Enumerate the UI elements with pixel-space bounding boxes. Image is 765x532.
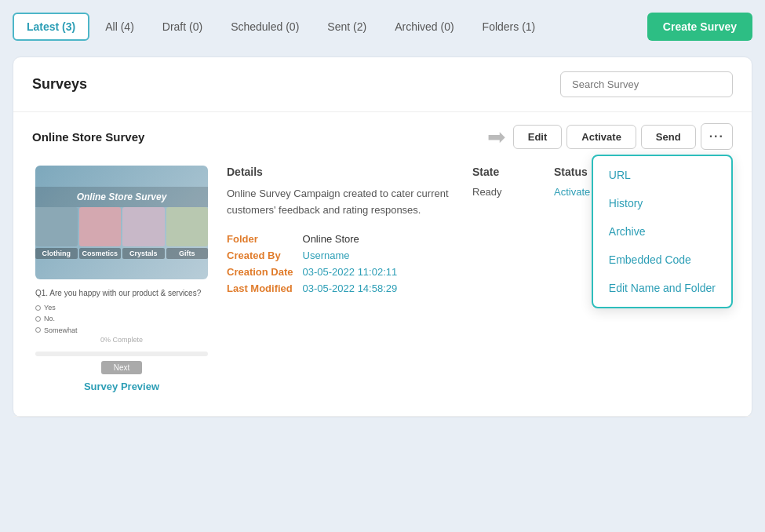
survey-description: Online Survey Campaign created to cater … — [227, 186, 454, 219]
created-by-label: Created By — [227, 250, 293, 261]
thumb-cosmetics — [79, 207, 122, 246]
survey-questions: Q1. Are you happy with our product & ser… — [35, 287, 208, 336]
dropdown-menu: URL History Archive Embedded Code Edit N… — [592, 155, 733, 308]
surveys-card: Surveys Online Store Survey ➡ Edit Activ… — [13, 56, 752, 417]
tab-latest[interactable]: Latest (3) — [13, 13, 89, 41]
folder-value: Online Store — [303, 233, 625, 245]
send-button[interactable]: Send — [641, 125, 696, 149]
preview-title: Online Store Survey — [35, 187, 208, 207]
state-badge: Ready — [472, 186, 535, 198]
progress-bar — [35, 352, 208, 356]
option-yes: Yes — [35, 302, 208, 313]
dropdown-item-embedded-code[interactable]: Embedded Code — [593, 246, 731, 274]
details-columns: Details Online Survey Campaign created t… — [227, 166, 625, 219]
radio-dot-no — [35, 316, 41, 322]
folder-label: Folder — [227, 233, 293, 245]
survey-preview-card: Online Store Survey Clothing Cosmetics C… — [35, 166, 208, 392]
surveys-title: Surveys — [32, 76, 87, 93]
more-button[interactable]: ··· — [701, 123, 733, 150]
question-text: Q1. Are you happy with our product & ser… — [35, 287, 208, 300]
creation-date-value: 03-05-2022 11:02:11 — [303, 266, 625, 278]
thumb-clothing — [35, 207, 78, 246]
option-yes-label: Yes — [44, 302, 56, 313]
details-section: Details Online Survey Campaign created t… — [227, 166, 625, 392]
created-by-value[interactable]: Username — [303, 250, 625, 261]
dropdown-item-history[interactable]: History — [593, 189, 731, 217]
tab-all[interactable]: All (4) — [93, 14, 147, 39]
state-column: State Ready — [472, 166, 535, 219]
search-input[interactable] — [560, 71, 733, 97]
tab-draft[interactable]: Draft (0) — [150, 14, 215, 39]
tab-scheduled[interactable]: Scheduled (0) — [218, 14, 311, 39]
next-button-preview[interactable]: Next — [101, 361, 143, 374]
edit-button[interactable]: Edit — [513, 125, 563, 149]
detail-column: Details Online Survey Campaign created t… — [227, 166, 454, 219]
last-modified-label: Last Modified — [227, 282, 293, 294]
meta-table: Folder Online Store Created By Username … — [227, 233, 625, 294]
details-header: Details — [227, 166, 454, 178]
arrow-indicator: ➡ — [487, 124, 505, 150]
survey-row-online-store: Online Store Survey ➡ Edit Activate Send… — [13, 112, 752, 417]
progress-label: 0% Complete — [35, 336, 208, 344]
thumb-gifts — [166, 207, 209, 246]
survey-name: Online Store Survey — [32, 130, 144, 144]
survey-row-header: Online Store Survey ➡ Edit Activate Send… — [32, 123, 733, 150]
radio-dot-somewhat — [35, 327, 41, 333]
thumb-label-clothing: Clothing — [35, 248, 78, 259]
tab-archived[interactable]: Archived (0) — [382, 14, 466, 39]
thumb-label-crystals: Crystals — [122, 248, 165, 259]
option-somewhat-label: Somewhat — [44, 325, 78, 336]
survey-preview-image: Online Store Survey Clothing Cosmetics C… — [35, 166, 208, 279]
survey-preview-link[interactable]: Survey Preview — [35, 381, 208, 392]
tab-folders[interactable]: Folders (1) — [470, 14, 548, 39]
thumb-label-gifts: Gifts — [166, 248, 209, 259]
activate-button[interactable]: Activate — [566, 125, 636, 149]
surveys-header: Surveys — [13, 57, 752, 112]
creation-date-label: Creation Date — [227, 266, 293, 278]
top-navigation: Latest (3) All (4) Draft (0) Scheduled (… — [13, 13, 752, 41]
tab-sent[interactable]: Sent (2) — [315, 14, 379, 39]
dropdown-item-url[interactable]: URL — [593, 161, 731, 189]
option-no: No. — [35, 313, 208, 324]
option-no-label: No. — [44, 313, 55, 324]
thumb-crystals — [122, 207, 165, 246]
action-buttons: Edit Activate Send ··· — [513, 123, 733, 150]
thumb-label-cosmetics: Cosmetics — [79, 248, 122, 259]
dropdown-item-edit-name-folder[interactable]: Edit Name and Folder — [593, 274, 731, 302]
state-header: State — [472, 166, 535, 178]
dropdown-item-archive[interactable]: Archive — [593, 217, 731, 246]
option-somewhat: Somewhat — [35, 325, 208, 336]
radio-dot-yes — [35, 305, 41, 311]
last-modified-value: 03-05-2022 14:58:29 — [303, 282, 625, 294]
create-survey-button[interactable]: Create Survey — [647, 13, 752, 41]
